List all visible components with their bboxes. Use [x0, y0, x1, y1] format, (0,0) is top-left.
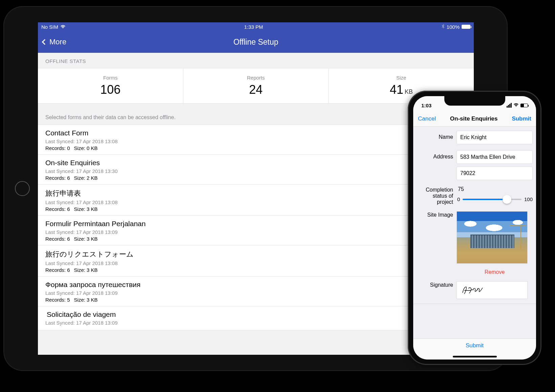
form-meta: Records: 6Size: 3 KB — [45, 206, 466, 212]
form-title: 旅行申请表 — [45, 189, 466, 198]
address-line2-input[interactable]: 79022 — [457, 167, 533, 180]
field-signature: Signature — [413, 279, 536, 301]
address-line1-input[interactable]: 583 Martha Ellen Drive — [457, 150, 533, 164]
form-meta: Records: 5Size: 3 KB — [45, 297, 466, 303]
field-label: Name — [417, 131, 453, 144]
stat-reports: Reports 24 — [183, 68, 329, 103]
form-title: 旅行のリクエストフォーム — [45, 249, 466, 259]
page-title: On-site Enquiries — [450, 115, 498, 122]
stat-forms: Forms 106 — [38, 68, 183, 103]
form-title: Formulir Permintaan Perjalanan — [45, 220, 466, 228]
form-title: Contact Form — [45, 129, 466, 137]
field-address: Address 583 Martha Ellen Drive 79022 — [413, 148, 536, 182]
signal-icon — [507, 103, 512, 108]
chevron-left-icon — [42, 39, 48, 45]
field-label: Site Image — [417, 211, 453, 275]
submit-button[interactable]: Submit — [512, 115, 531, 122]
ipad-navbar: More Offline Setup — [38, 31, 474, 53]
signature-box[interactable] — [457, 281, 528, 299]
stat-value-number: 41 — [390, 83, 403, 96]
stat-value: 106 — [100, 83, 120, 97]
iphone-device: 1:03 Cancel On-site Enquiries Submit Nam… — [408, 91, 541, 365]
site-image-thumbnail[interactable] — [457, 211, 528, 264]
back-button[interactable]: More — [43, 38, 66, 46]
carrier-text: No SIM — [41, 24, 58, 30]
wifi-icon — [60, 24, 66, 30]
page-title: Offline Setup — [234, 38, 279, 47]
completion-slider[interactable] — [463, 199, 521, 200]
form-sync: Last Synced: 17 Apr 2018 13:09 — [45, 320, 466, 326]
stats-row: Forms 106 Reports 24 Size 41KB — [38, 68, 474, 104]
form-meta: Records: 0Size: 0 KB — [45, 145, 466, 151]
stat-label: Forms — [103, 75, 118, 81]
slider-max: 100 — [524, 196, 533, 202]
battery-icon — [520, 104, 528, 107]
signature-icon — [461, 284, 485, 296]
field-label: Completion status of project — [417, 186, 453, 205]
form-title: Форма запроса путешествия — [45, 281, 466, 289]
remove-image-button[interactable]: Remove — [457, 269, 533, 275]
name-input[interactable]: Eric Knight — [457, 131, 533, 144]
iphone-screen: 1:03 Cancel On-site Enquiries Submit Nam… — [413, 96, 536, 360]
form-body: Name Eric Knight Address 583 Martha Elle… — [413, 127, 536, 339]
clock-text: 1:33 PM — [244, 24, 263, 30]
field-site-image: Site Image Remove — [413, 209, 536, 277]
ipad-statusbar: No SIM 1:33 PM 100% — [38, 22, 474, 31]
form-sync: Last Synced: 17 Apr 2018 13:09 — [45, 229, 466, 235]
slider-value: 75 — [457, 186, 533, 192]
form-sync: Last Synced: 17 Apr 2018 13:08 — [45, 260, 466, 266]
battery-text: 100% — [447, 24, 460, 30]
stat-label: Reports — [247, 75, 265, 81]
stat-value: 41KB — [390, 83, 413, 97]
form-meta: Records: 6Size: 2 KB — [45, 175, 466, 181]
ipad-home-button[interactable] — [15, 181, 30, 196]
bottom-toolbar: Submit — [413, 339, 536, 360]
slider-min: 0 — [457, 196, 460, 202]
clock-text: 1:03 — [421, 103, 431, 108]
form-title: On-site Enquiries — [45, 159, 466, 167]
stat-value-unit: KB — [405, 88, 413, 95]
iphone-navbar: Cancel On-site Enquiries Submit — [413, 111, 536, 127]
form-sync: Last Synced: 17 Apr 2018 13:08 — [45, 199, 466, 205]
back-label: More — [49, 38, 66, 46]
home-indicator[interactable] — [453, 356, 497, 357]
form-sync: Last Synced: 17 Apr 2018 13:09 — [45, 290, 466, 296]
form-title: Solicitação de viagem — [45, 310, 466, 319]
bottom-submit-button[interactable]: Submit — [466, 342, 484, 349]
divider — [413, 304, 536, 304]
field-completion: Completion status of project 75 0 100 — [413, 184, 536, 207]
form-meta: Records: 6Size: 3 KB — [45, 236, 466, 242]
slider-fill — [463, 199, 507, 200]
form-sync: Last Synced: 17 Apr 2018 13:30 — [45, 168, 466, 174]
wifi-icon — [513, 103, 519, 108]
bluetooth-icon — [442, 24, 445, 30]
section-header: OFFLINE STATS — [38, 53, 474, 68]
field-label: Signature — [417, 281, 453, 299]
slider-thumb[interactable] — [503, 195, 511, 204]
form-meta: Records: 6Size: 3 KB — [45, 267, 466, 273]
stat-value: 24 — [249, 83, 263, 97]
battery-icon — [462, 25, 470, 29]
form-sync: Last Synced: 17 Apr 2018 13:08 — [45, 138, 466, 144]
stat-label: Size — [396, 75, 406, 81]
field-name: Name Eric Knight — [413, 129, 536, 146]
iphone-notch — [444, 96, 505, 106]
field-label: Address — [417, 150, 453, 180]
cancel-button[interactable]: Cancel — [418, 115, 436, 122]
